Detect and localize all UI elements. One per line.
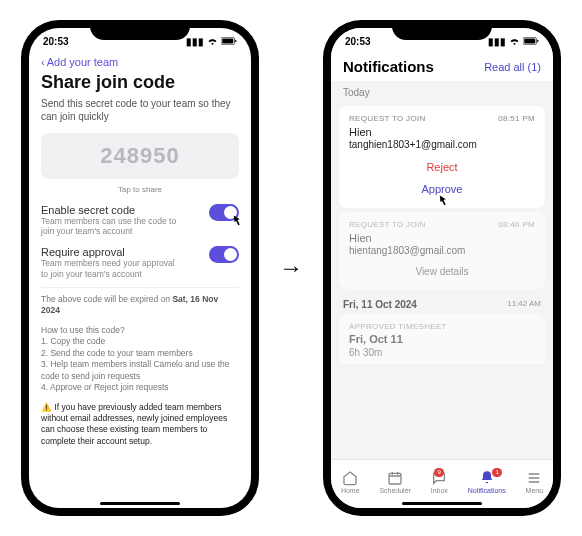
request-time: 08:51 PM xyxy=(498,114,535,123)
approve-button[interactable]: Approve xyxy=(349,178,535,200)
content-right: Today REQUEST TO JOIN 08:51 PM Hien tang… xyxy=(331,81,553,459)
chevron-left-icon: ‹ xyxy=(41,56,45,68)
toggle-desc: Team members need your approval to join … xyxy=(41,258,209,278)
toggle-enable-secret: Enable secret code Team members can use … xyxy=(29,200,251,242)
cursor-icon xyxy=(433,194,451,212)
timesheet-card[interactable]: APPROVED TIMESHEET Fri, Oct 11 6h 30m xyxy=(339,314,545,364)
tap-to-share-label: Tap to share xyxy=(29,181,251,200)
page-subtitle: Send this secret code to your team so th… xyxy=(29,97,251,129)
tab-menu[interactable]: Menu xyxy=(526,470,544,494)
svg-rect-1 xyxy=(222,39,233,44)
request-name: Hien xyxy=(349,232,535,244)
content-left: Share join code Send this secret code to… xyxy=(29,72,251,508)
status-time: 20:53 xyxy=(345,36,371,47)
request-time: 08:46 PM xyxy=(498,220,535,229)
notch xyxy=(392,20,492,40)
page-title: Share join code xyxy=(29,72,251,97)
timesheet-duration: 6h 30m xyxy=(349,347,535,358)
home-indicator xyxy=(100,502,180,505)
expiry-text: The above code will be expired on Sat, 1… xyxy=(29,290,251,321)
tab-home[interactable]: Home xyxy=(341,470,360,494)
calendar-icon xyxy=(387,470,403,486)
toggle-desc: Team members can use the code to join yo… xyxy=(41,216,209,236)
tab-inbox[interactable]: 9 Inbox xyxy=(431,470,448,494)
timesheet-type: APPROVED TIMESHEET xyxy=(349,322,447,331)
request-email: tanghien1803+1@gmail.com xyxy=(349,139,535,150)
svg-rect-4 xyxy=(524,39,535,44)
howto-block: How to use this code? 1. Copy the code 2… xyxy=(29,321,251,398)
badge: 9 xyxy=(434,468,443,477)
svg-rect-6 xyxy=(389,473,401,484)
join-request-card[interactable]: REQUEST TO JOIN 08:51 PM Hien tanghien18… xyxy=(339,106,545,208)
menu-icon xyxy=(526,470,542,486)
date-header: Fri, 11 Oct 2024 11:42 AM xyxy=(331,293,553,312)
arrow-icon: → xyxy=(279,254,303,282)
divider xyxy=(41,287,239,288)
request-type: REQUEST TO JOIN xyxy=(349,114,426,123)
warning-text: ⚠️ If you have previously added team mem… xyxy=(29,398,251,452)
cursor-icon xyxy=(227,214,245,232)
status-icons: ▮▮▮ xyxy=(186,36,237,47)
reject-button[interactable]: Reject xyxy=(349,156,535,178)
screen-left: 20:53 ▮▮▮ ‹ Add your team Share join cod… xyxy=(29,28,251,508)
nav-back-label: Add your team xyxy=(47,56,119,68)
toggle-label: Enable secret code xyxy=(41,204,209,216)
join-code-box[interactable]: 248950 xyxy=(41,133,239,179)
view-details-button[interactable]: View details xyxy=(349,262,535,281)
wifi-icon xyxy=(207,37,218,45)
join-code: 248950 xyxy=(41,143,239,169)
home-indicator xyxy=(402,502,482,505)
nav-bar: Notifications Read all (1) xyxy=(331,54,553,81)
screen-right: 20:53 ▮▮▮ Notifications Read all (1) Tod… xyxy=(331,28,553,508)
signal-icon: ▮▮▮ xyxy=(186,36,204,47)
svg-rect-5 xyxy=(537,40,538,42)
tab-notifications[interactable]: 1 Notifications xyxy=(468,470,506,494)
battery-icon xyxy=(221,37,237,45)
timesheet-date: Fri, Oct 11 xyxy=(349,333,535,345)
nav-back[interactable]: ‹ Add your team xyxy=(29,54,251,72)
request-name: Hien xyxy=(349,126,535,138)
tab-bar: Home Scheduler 9 Inbox 1 Notifications M… xyxy=(331,459,553,508)
badge: 1 xyxy=(492,468,501,477)
toggle-label: Require approval xyxy=(41,246,209,258)
notch xyxy=(90,20,190,40)
nav-title: Notifications xyxy=(343,58,434,75)
request-email: hientang1803@gmail.com xyxy=(349,245,535,256)
read-all-button[interactable]: Read all (1) xyxy=(484,61,541,73)
phone-left: 20:53 ▮▮▮ ‹ Add your team Share join cod… xyxy=(21,20,259,516)
svg-rect-2 xyxy=(235,40,236,42)
request-type: REQUEST TO JOIN xyxy=(349,220,426,229)
tab-scheduler[interactable]: Scheduler xyxy=(379,470,411,494)
battery-icon xyxy=(523,37,539,45)
toggle-switch[interactable] xyxy=(209,246,239,263)
wifi-icon xyxy=(509,37,520,45)
today-label: Today xyxy=(331,81,553,102)
join-request-card[interactable]: REQUEST TO JOIN 08:46 PM Hien hientang18… xyxy=(339,212,545,289)
status-time: 20:53 xyxy=(43,36,69,47)
status-icons: ▮▮▮ xyxy=(488,36,539,47)
signal-icon: ▮▮▮ xyxy=(488,36,506,47)
toggle-require-approval: Require approval Team members need your … xyxy=(29,242,251,284)
phone-right: 20:53 ▮▮▮ Notifications Read all (1) Tod… xyxy=(323,20,561,516)
home-icon xyxy=(342,470,358,486)
